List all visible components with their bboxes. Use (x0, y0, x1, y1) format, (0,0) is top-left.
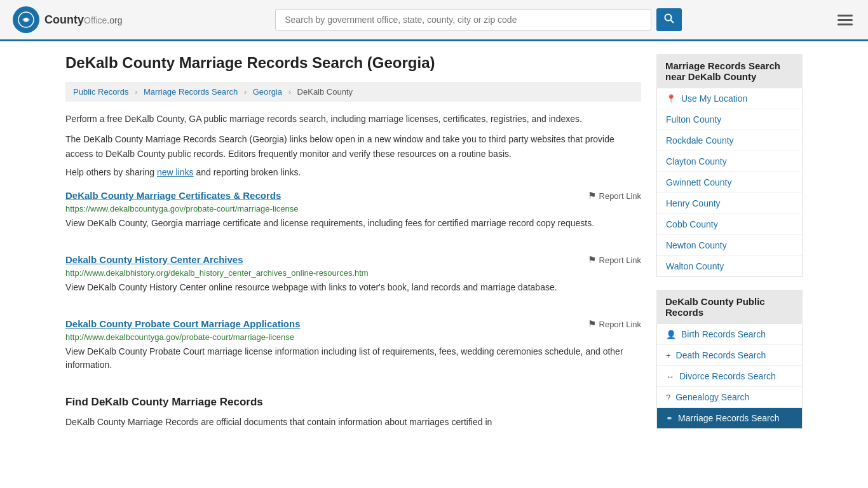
breadcrumb-marriage-records[interactable]: Marriage Records Search (144, 87, 238, 97)
location-pin-icon: 📍 (666, 94, 676, 104)
menu-button[interactable] (835, 12, 855, 28)
public-record-item[interactable]: ↔ Divorce Records Search (657, 366, 802, 387)
records-container: DeKalb County Marriage Certificates & Re… (65, 190, 641, 378)
record-url[interactable]: https://www.dekalbcountyga.gov/probate-c… (65, 204, 641, 214)
nearby-county-link[interactable]: Walton County (666, 261, 724, 271)
intro-paragraph-1: Perform a free DeKalb County, GA public … (65, 112, 641, 126)
record-desc: View DeKalb County, Georgia marriage cer… (65, 217, 641, 230)
breadcrumb-georgia[interactable]: Georgia (253, 87, 282, 97)
record-title[interactable]: Dekalb County Probate Court Marriage App… (65, 318, 301, 329)
record-type-icon: + (666, 351, 671, 360)
record-type-icon: ⚭ (666, 414, 673, 423)
find-section-desc: DeKalb County Marriage Records are offic… (65, 415, 641, 429)
report-link[interactable]: ⚑ Report Link (588, 254, 641, 266)
breadcrumb-dekalb: DeKalb County (297, 87, 353, 97)
report-link[interactable]: ⚑ Report Link (588, 318, 641, 330)
public-records-title: DeKalb County Public Records (656, 290, 803, 324)
record-title[interactable]: DeKalb County Marriage Certificates & Re… (65, 190, 281, 201)
sidebar: Marriage Records Search near DeKalb Coun… (656, 54, 803, 454)
public-records-list: 👤 Birth Records Search + Death Records S… (656, 324, 803, 429)
use-my-location-link[interactable]: Use My Location (681, 93, 747, 104)
nearby-county-item[interactable]: Gwinnett County (657, 172, 802, 193)
record-url[interactable]: http://www.dekalbcountyga.gov/probate-co… (65, 332, 641, 342)
search-icon (664, 13, 674, 24)
record-url[interactable]: http://www.dekalbhistory.org/dekalb_hist… (65, 268, 641, 278)
report-label: Report Link (599, 255, 641, 265)
nearby-county-item[interactable]: Cobb County (657, 214, 802, 235)
nearby-county-link[interactable]: Cobb County (666, 219, 718, 229)
breadcrumb-public-records[interactable]: Public Records (73, 87, 128, 97)
record-title[interactable]: Dekalb County History Center Archives (65, 254, 243, 265)
content-wrapper: DeKalb County Marriage Records Search (G… (53, 41, 815, 466)
record-item: Dekalb County History Center Archives ⚑ … (65, 254, 641, 301)
use-my-location-item[interactable]: 📍 Use My Location (657, 88, 802, 109)
logo-area: CountyOffice.org (13, 6, 122, 33)
public-record-link[interactable]: Divorce Records Search (679, 371, 776, 381)
public-record-item[interactable]: + Death Records Search (657, 345, 802, 366)
page-title: DeKalb County Marriage Records Search (G… (65, 54, 641, 72)
new-links-link[interactable]: new links (157, 167, 194, 177)
breadcrumb-sep: › (244, 87, 247, 97)
public-record-item[interactable]: ⚭ Marriage Records Search (657, 408, 802, 428)
nearby-county-item[interactable]: Walton County (657, 256, 802, 276)
report-label: Report Link (599, 191, 641, 201)
menu-line (837, 24, 853, 25)
nearby-county-link[interactable]: Newton County (666, 240, 727, 250)
public-records-section: DeKalb County Public Records 👤 Birth Rec… (656, 290, 803, 429)
record-type-icon: 👤 (666, 330, 676, 339)
public-record-item[interactable]: ? Genealogy Search (657, 387, 802, 408)
public-records-container: 👤 Birth Records Search + Death Records S… (657, 324, 802, 428)
breadcrumb-sep: › (288, 87, 291, 97)
flag-icon: ⚑ (588, 190, 596, 201)
public-record-link[interactable]: Death Records Search (676, 350, 766, 360)
nearby-section: Marriage Records Search near DeKalb Coun… (656, 54, 803, 277)
flag-icon: ⚑ (588, 318, 596, 330)
search-area (275, 8, 682, 31)
record-item: DeKalb County Marriage Certificates & Re… (65, 190, 641, 236)
help-text: Help others by sharing new links and rep… (65, 167, 641, 177)
main-content: DeKalb County Marriage Records Search (G… (65, 54, 641, 454)
search-input[interactable] (275, 9, 651, 30)
record-desc: View DeKalb County Probate Court marriag… (65, 345, 641, 372)
nearby-county-item[interactable]: Newton County (657, 235, 802, 256)
nearby-county-item[interactable]: Fulton County (657, 109, 802, 130)
logo-text: CountyOffice.org (44, 13, 122, 27)
public-record-link[interactable]: Marriage Records Search (678, 413, 780, 423)
record-header: Dekalb County History Center Archives ⚑ … (65, 254, 641, 266)
nearby-counties-container: Fulton CountyRockdale CountyClayton Coun… (657, 109, 802, 276)
record-type-icon: ↔ (666, 372, 674, 381)
menu-line (837, 19, 853, 21)
report-label: Report Link (599, 320, 641, 329)
nearby-county-item[interactable]: Rockdale County (657, 130, 802, 151)
nearby-county-item[interactable]: Henry County (657, 193, 802, 214)
report-link[interactable]: ⚑ Report Link (588, 190, 641, 201)
svg-point-1 (24, 18, 28, 22)
record-desc: View DeKalb County History Center online… (65, 281, 641, 294)
public-record-link[interactable]: Birth Records Search (681, 329, 766, 339)
svg-point-2 (665, 15, 672, 21)
public-record-link[interactable]: Genealogy Search (675, 392, 749, 402)
nearby-county-link[interactable]: Clayton County (666, 156, 727, 166)
record-header: DeKalb County Marriage Certificates & Re… (65, 190, 641, 201)
nearby-county-link[interactable]: Fulton County (666, 114, 721, 125)
nearby-county-item[interactable]: Clayton County (657, 151, 802, 172)
nearby-list: 📍 Use My Location Fulton CountyRockdale … (656, 88, 803, 277)
breadcrumb: Public Records › Marriage Records Search… (65, 82, 641, 102)
nearby-county-link[interactable]: Gwinnett County (666, 177, 732, 187)
record-type-icon: ? (666, 393, 670, 402)
nearby-county-link[interactable]: Henry County (666, 198, 721, 208)
intro-paragraph-2: The DeKalb County Marriage Records Searc… (65, 132, 641, 161)
public-record-item[interactable]: 👤 Birth Records Search (657, 324, 802, 345)
search-button[interactable] (656, 8, 682, 31)
find-section-title: Find DeKalb County Marriage Records (65, 396, 641, 409)
svg-line-3 (671, 20, 674, 24)
record-header: Dekalb County Probate Court Marriage App… (65, 318, 641, 330)
nearby-title: Marriage Records Search near DeKalb Coun… (656, 54, 803, 88)
flag-icon: ⚑ (588, 254, 596, 266)
site-header: CountyOffice.org (0, 0, 868, 41)
find-section: Find DeKalb County Marriage Records DeKa… (65, 396, 641, 435)
nearby-county-link[interactable]: Rockdale County (666, 135, 734, 146)
menu-line (837, 15, 853, 17)
record-item: Dekalb County Probate Court Marriage App… (65, 318, 641, 378)
breadcrumb-sep: › (135, 87, 137, 97)
